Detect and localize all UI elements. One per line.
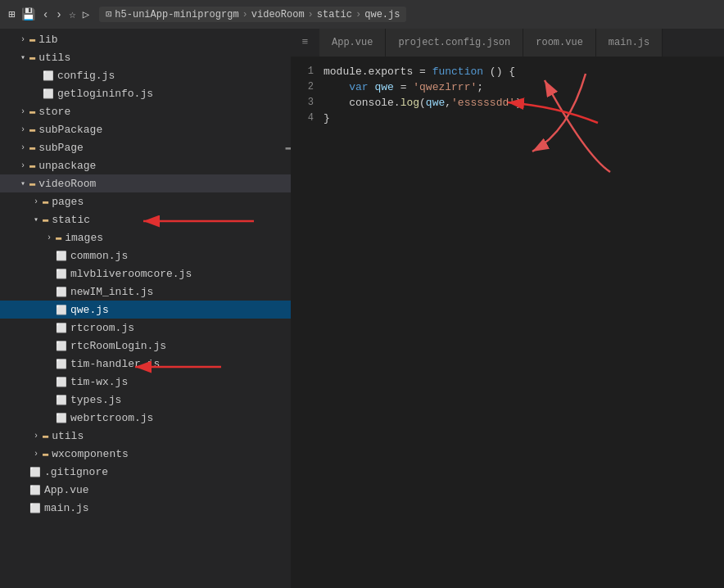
sidebar-item-timwx[interactable]: ⬜ tim-wx.js — [0, 373, 291, 391]
sidebar-item-mlvb[interactable]: ⬜ mlvbliveroomcore.js — [0, 265, 291, 283]
label-unpackage: unpackage — [38, 160, 291, 172]
chevron-videoroom — [16, 177, 29, 190]
label-gitignore: .gitignore — [44, 466, 291, 478]
save-icon[interactable]: 💾 — [21, 7, 35, 21]
sidebar-item-newim[interactable]: ⬜ newIM_init.js — [0, 283, 291, 301]
sidebar-item-subpackage[interactable]: ▬ subPackage — [0, 120, 291, 138]
sidebar-item-unpackage[interactable]: ▬ unpackage — [0, 156, 291, 174]
breadcrumb-icon: ⊡ — [106, 8, 111, 20]
file-icon-rtcroom: ⬜ — [56, 323, 67, 333]
chevron-utils-vr — [29, 429, 43, 442]
sidebar-item-rtcroom[interactable]: ⬜ rtcroom.js — [0, 319, 291, 337]
hamburger-button[interactable]: ≡ — [291, 29, 319, 57]
sidebar-item-wxcomponents[interactable]: ▬ wxcomponents — [0, 445, 291, 463]
chevron-static — [29, 213, 43, 226]
sidebar-item-subpage[interactable]: ▬ subPage ▬ — [0, 138, 291, 156]
file-icon-qwe: ⬜ — [56, 305, 67, 315]
file-icon-common: ⬜ — [56, 251, 67, 261]
sidebar-item-utils-vr[interactable]: ▬ utils — [0, 427, 291, 445]
folder-icon-lib: ▬ — [29, 34, 35, 45]
label-config-js: config.js — [57, 70, 291, 82]
chevron-pages — [29, 195, 43, 208]
label-rtcroomlogin: rtcRoomLogin.js — [70, 340, 291, 352]
label-static: static — [52, 214, 291, 226]
sidebar-item-config-js[interactable]: ⬜ config.js — [0, 66, 291, 84]
play-icon[interactable]: ▷ — [83, 7, 89, 21]
sidebar-item-getlogininfo[interactable]: ⬜ getlogininfo.js — [0, 84, 291, 102]
folder-icon-utils-top: ▬ — [29, 52, 35, 63]
forward-icon[interactable]: › — [56, 8, 62, 21]
sidebar-item-pages[interactable]: ▬ pages — [0, 192, 291, 210]
line-num-1: 1 — [291, 64, 324, 79]
sidebar: ▬ lib ▬ utils ⬜ config.js ⬜ getlogininfo… — [0, 29, 291, 588]
line-num-4: 4 — [291, 111, 324, 126]
line-content-2: var qwe = 'qwezlrrr'; — [324, 79, 724, 95]
label-webrtcroom: webrtcroom.js — [70, 412, 291, 424]
chevron-store — [16, 105, 29, 118]
sidebar-item-store[interactable]: ▬ store — [0, 102, 291, 120]
breadcrumb-part-1: h5-uniApp-miniprogrgm — [115, 9, 238, 20]
chevron-images — [43, 231, 56, 244]
main-layout: ▬ lib ▬ utils ⬜ config.js ⬜ getlogininfo… — [0, 29, 724, 588]
folder-icon-pages: ▬ — [43, 196, 48, 207]
back-icon[interactable]: ‹ — [42, 8, 48, 21]
folder-icon-videoroom: ▬ — [29, 178, 35, 189]
line-content-4: } — [324, 111, 724, 126]
sidebar-item-videoroom[interactable]: ▬ videoRoom — [0, 174, 291, 192]
sidebar-item-rtcroomlogin[interactable]: ⬜ rtcRoomLogin.js — [0, 337, 291, 355]
tab-project-config[interactable]: project.config.json — [386, 29, 523, 57]
folder-icon-wxcomponents: ▬ — [43, 448, 48, 459]
star-icon[interactable]: ☆ — [69, 7, 75, 21]
label-videoroom: videoRoom — [38, 178, 291, 190]
label-newim: newIM_init.js — [70, 286, 291, 298]
label-common-js: common.js — [70, 250, 291, 262]
label-app-vue: App.vue — [44, 484, 291, 496]
code-line-3: 3 console.log(qwe,'esssssdd') — [291, 95, 724, 111]
chevron-utils-top — [16, 51, 29, 64]
sidebar-item-lib[interactable]: ▬ lib — [0, 30, 291, 48]
chevron-unpackage — [16, 159, 29, 172]
sidebar-item-app-vue[interactable]: ⬜ App.vue — [0, 481, 291, 499]
tab-app-vue[interactable]: App.vue — [319, 29, 386, 57]
sidebar-item-qwe-js[interactable]: ⬜ qwe.js — [0, 301, 291, 319]
grid-icon[interactable]: ⊞ — [8, 7, 15, 21]
label-lib: lib — [38, 34, 291, 46]
label-utils-vr: utils — [52, 430, 291, 442]
line-content-1: module.exports = function () { — [324, 64, 724, 79]
folder-icon-store: ▬ — [29, 106, 35, 117]
sidebar-item-common-js[interactable]: ⬜ common.js — [0, 247, 291, 265]
folder-icon-unpackage: ▬ — [29, 160, 35, 171]
label-mlvb: mlvbliveroomcore.js — [70, 268, 291, 280]
sidebar-item-static[interactable]: ▬ static — [0, 210, 291, 228]
chevron-subpackage — [16, 123, 29, 136]
line-num-2: 2 — [291, 79, 324, 95]
breadcrumb-part-4: qwe.js — [364, 9, 400, 20]
title-bar: ⊞ 💾 ‹ › ☆ ▷ ⊡ h5-uniApp-miniprogrgm › vi… — [0, 0, 724, 29]
code-editor[interactable]: 1 module.exports = function () { 2 var q… — [291, 57, 724, 588]
label-qwe-js: qwe.js — [70, 304, 291, 316]
chevron-lib — [16, 33, 29, 46]
sidebar-item-utils-top[interactable]: ▬ utils — [0, 48, 291, 66]
breadcrumb: ⊡ h5-uniApp-miniprogrgm › videoRoom › st… — [99, 7, 406, 22]
code-line-4: 4 } — [291, 111, 724, 126]
file-icon-webrtcroom: ⬜ — [56, 413, 67, 423]
sidebar-item-types[interactable]: ⬜ types.js — [0, 391, 291, 409]
label-timhandler: tim-handler.js — [70, 358, 291, 370]
chevron-wxcomponents — [29, 447, 43, 460]
line-content-3: console.log(qwe,'esssssdd') — [324, 95, 724, 111]
folder-icon-subpackage: ▬ — [29, 124, 35, 135]
sidebar-item-webrtcroom[interactable]: ⬜ webrtcroom.js — [0, 409, 291, 427]
file-icon-timwx: ⬜ — [56, 377, 67, 387]
file-icon-config: ⬜ — [43, 70, 54, 81]
tab-room-vue[interactable]: room.vue — [523, 29, 596, 57]
line-num-3: 3 — [291, 95, 324, 111]
subpage-badge: ▬ — [285, 142, 291, 152]
tab-main-js[interactable]: main.js — [596, 29, 663, 57]
sidebar-item-gitignore[interactable]: ⬜ .gitignore — [0, 463, 291, 481]
sidebar-item-timhandler[interactable]: ⬜ tim-handler.js — [0, 355, 291, 373]
sidebar-item-main-js[interactable]: ⬜ main.js — [0, 499, 291, 517]
label-pages: pages — [52, 196, 291, 208]
sidebar-item-images[interactable]: ▬ images — [0, 228, 291, 247]
label-rtcroom: rtcroom.js — [70, 322, 291, 334]
file-icon-main-js: ⬜ — [29, 503, 41, 513]
